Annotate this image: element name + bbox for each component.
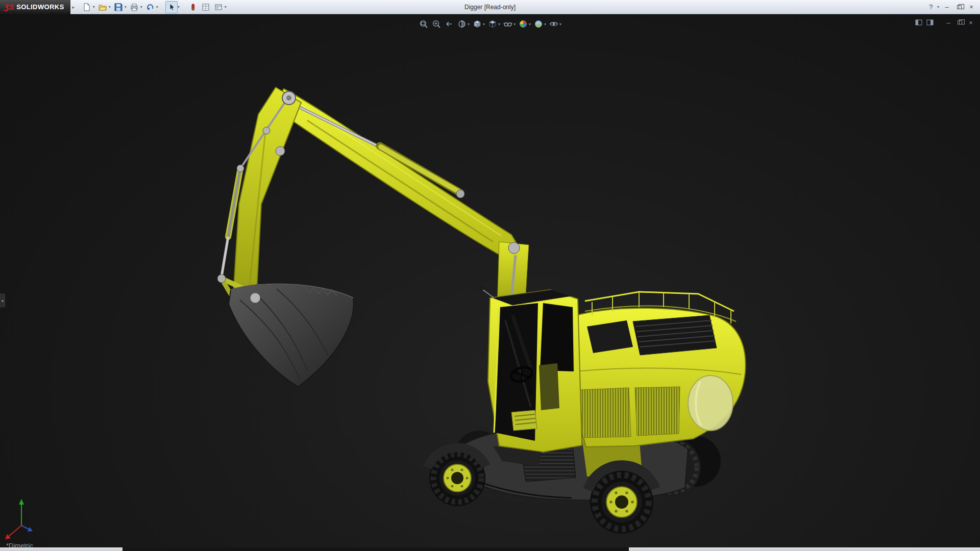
pane-right-icon (926, 19, 934, 26)
display-style-dropdown[interactable]: ▾ (498, 22, 500, 27)
zoom-to-fit-button[interactable] (418, 18, 430, 30)
feature-panel-collapse-tab[interactable]: ◂ (0, 294, 5, 307)
select-tool-button[interactable] (165, 1, 178, 13)
rebuild-stoplight-icon (189, 3, 197, 11)
mirror-arm (483, 290, 494, 298)
heads-up-toolbar: ▾ ▾ ▾ ▾ ▾ ▾ ▾ (418, 18, 562, 30)
edit-appearance-button[interactable] (517, 18, 529, 30)
save-dropdown[interactable]: ▾ (125, 5, 127, 9)
rebuild-button[interactable] (187, 1, 199, 13)
document-window-controls: – × (915, 18, 975, 27)
toggle-right-pane-button[interactable] (926, 18, 934, 27)
new-document-dropdown[interactable]: ▾ (93, 5, 95, 9)
document-minimize-button[interactable]: – (944, 18, 952, 27)
section-view-icon (457, 19, 467, 29)
open-button[interactable] (96, 1, 109, 13)
view-orientation-dropdown[interactable]: ▾ (483, 22, 485, 27)
seat (539, 363, 559, 410)
bottom-strip (0, 547, 980, 551)
save-icon (114, 3, 122, 11)
undo-dropdown[interactable]: ▾ (156, 5, 158, 9)
toggle-left-pane-button[interactable] (915, 18, 923, 27)
view-settings-dropdown[interactable]: ▾ (559, 22, 561, 27)
section-view-dropdown[interactable]: ▾ (468, 22, 470, 27)
standard-toolbar: ▾ ▾ ▾ ▾ ▾ ▾ (81, 1, 228, 13)
print-icon (130, 3, 138, 11)
bottom-strip-middle (122, 547, 629, 551)
view-orientation-button[interactable] (471, 18, 483, 30)
print-dropdown[interactable]: ▾ (140, 5, 142, 9)
mirror (478, 286, 484, 290)
new-document-icon (83, 3, 91, 11)
zoom-area-icon (432, 19, 441, 29)
bottom-strip-left (0, 547, 122, 551)
help-dropdown[interactable]: ▾ (937, 5, 939, 9)
zoom-to-area-button[interactable] (430, 18, 443, 30)
menu-expand-arrow[interactable]: ▸ (70, 5, 77, 10)
stick-arm[interactable] (233, 87, 301, 303)
view-settings-eye-icon (549, 19, 558, 29)
apply-scene-dropdown[interactable]: ▾ (544, 22, 546, 27)
previous-view-icon (445, 19, 454, 29)
apply-scene-button[interactable] (532, 18, 545, 30)
graphics-area[interactable]: ▾ ▾ ▾ ▾ ▾ ▾ ▾ (0, 14, 980, 551)
zoom-fit-icon (419, 19, 428, 29)
top-pivot-pin (286, 95, 291, 101)
print-button[interactable] (128, 1, 140, 13)
undo-button[interactable] (144, 1, 156, 13)
hide-show-glasses-icon (503, 19, 512, 29)
solidworks-window: ƷS SOLIDWORKS ▸ ▾ ▾ ▾ ▾ ▾ (0, 0, 980, 551)
view-settings-button[interactable] (548, 18, 560, 30)
window-controls: ? ▾ – × (925, 3, 980, 12)
edit-appearance-dropdown[interactable]: ▾ (529, 22, 531, 27)
new-document-button[interactable] (81, 1, 93, 13)
display-style-button[interactable] (486, 18, 499, 30)
previous-view-button[interactable] (443, 18, 455, 30)
section-view-button[interactable] (456, 18, 468, 30)
document-restore-icon (958, 20, 962, 24)
mid-pivot-joint[interactable] (276, 146, 285, 156)
scene-globe-icon (534, 19, 543, 29)
appearance-ball-icon (519, 19, 528, 29)
options-button[interactable] (212, 1, 225, 13)
open-folder-icon (99, 3, 107, 11)
titlebar: ƷS SOLIDWORKS ▸ ▾ ▾ ▾ ▾ ▾ (0, 0, 980, 14)
bottom-strip-right (629, 547, 980, 551)
hide-show-items-dropdown[interactable]: ▾ (513, 22, 516, 27)
display-style-icon (488, 19, 497, 29)
engine-vent[interactable] (633, 315, 717, 355)
options-dropdown[interactable]: ▾ (225, 5, 227, 9)
side-window (540, 303, 574, 371)
document-close-button[interactable]: × (967, 18, 975, 27)
solidworks-logo-icon: ƷS (4, 3, 14, 11)
solidworks-logo-text: SOLIDWORKS (16, 4, 64, 10)
hide-show-items-button[interactable] (502, 18, 514, 30)
design-table-icon (202, 3, 210, 11)
excavator-model[interactable] (0, 14, 980, 551)
help-button[interactable]: ? (925, 3, 937, 12)
close-button[interactable]: × (966, 3, 977, 12)
bucket[interactable] (229, 284, 354, 387)
document-restore-button[interactable] (955, 18, 964, 27)
restore-icon (957, 5, 962, 9)
save-button[interactable] (112, 1, 125, 13)
minimize-button[interactable]: – (941, 3, 952, 12)
open-dropdown[interactable]: ▾ (109, 5, 111, 9)
select-cursor-icon (167, 3, 176, 11)
design-table-button[interactable] (200, 1, 212, 13)
window-title: Digger [Read-only] (464, 4, 516, 11)
pane-left-icon (915, 19, 922, 26)
view-orientation-cube-icon (473, 19, 482, 29)
select-tool-dropdown[interactable]: ▾ (178, 5, 180, 9)
options-icon (214, 3, 223, 11)
orientation-triad[interactable] (5, 499, 33, 539)
solidworks-logo: ƷS SOLIDWORKS (0, 0, 70, 14)
maximize-button[interactable] (953, 3, 965, 12)
end-tank-window[interactable] (688, 375, 733, 431)
undo-icon (146, 3, 154, 11)
